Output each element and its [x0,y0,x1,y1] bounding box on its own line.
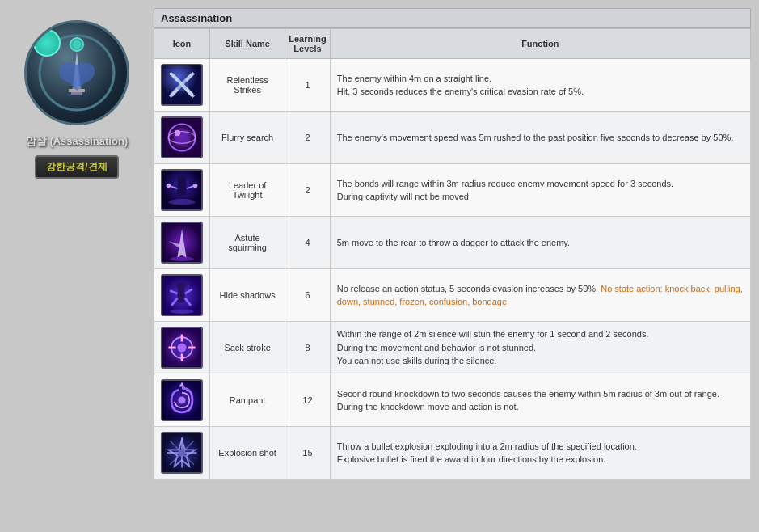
skill-icon-1 [161,116,203,158]
table-row: Rampant12Second round knockdown to two s… [154,374,751,427]
subtitle-badge: 강한공격/견제 [35,155,118,179]
skill-icon-cell [154,164,210,217]
skill-icon-cell [154,427,210,479]
skill-function: Throw a bullet explosion exploding into … [330,427,750,479]
skill-icon-0 [161,64,203,106]
svg-point-25 [167,184,171,188]
svg-point-22 [177,175,186,184]
left-panel: 암살 (Assassination) 강한공격/견제 [8,8,145,179]
table-row: Flurry search2The enemy's movement speed… [154,112,751,164]
skill-level: 6 [285,269,330,322]
skill-icon-4 [161,274,203,316]
emblem-title: 암살 (Assassination) [26,134,128,149]
skill-level: 2 [285,164,330,217]
svg-point-45 [177,343,186,352]
skill-icon-cell [154,217,210,269]
svg-point-55 [178,449,185,456]
skill-name: Sack stroke [210,322,285,374]
svg-point-28 [170,257,194,262]
skill-name: Flurry search [210,112,285,164]
table-row: Relentless Strikes1The enemy within 4m o… [154,59,751,112]
skill-icon-2 [161,169,203,211]
skill-level: 15 [285,427,330,479]
table-header-row: Icon Skill Name LearningLevels Function [154,29,751,59]
svg-point-32 [170,310,194,315]
table-row: Hide shadows6No release an action status… [154,269,751,322]
svg-point-7 [69,41,85,48]
skill-level: 4 [285,217,330,269]
emblem-outer [24,20,129,125]
skill-icon-cell [154,322,210,374]
skill-level: 8 [285,322,330,374]
table-row: Sack stroke8Within the range of 2m silen… [154,322,751,374]
svg-point-34 [177,281,186,290]
svg-point-20 [168,199,195,205]
svg-point-17 [175,130,180,136]
table-row: Astute squirming45m move to the rear to … [154,217,751,269]
header-icon: Icon [154,29,210,59]
skill-icon-6 [161,379,203,421]
skill-level: 2 [285,112,330,164]
skill-icon-3 [161,222,203,264]
skill-level: 12 [285,374,330,427]
skill-function: The enemy within 4m on a straight line.H… [330,59,750,112]
table-title: Assassination [154,8,751,28]
table-row: Explosion shot15Throw a bullet explosion… [154,427,751,479]
skill-icon-cell [154,112,210,164]
svg-point-47 [178,396,185,403]
skill-icon-cell [154,59,210,112]
skill-icon-7 [161,432,203,474]
skills-table: Icon Skill Name LearningLevels Function … [154,28,751,479]
skill-function: No release an action status, 5 seconds e… [330,269,750,322]
table-row: Leader of Twilight2The bonds will range … [154,164,751,217]
skill-function: Second round knockdown to two seconds ca… [330,374,750,427]
skill-function: The enemy's movement speed was 5m rushed… [330,112,750,164]
skill-name: Hide shadows [210,269,285,322]
skill-name: Leader of Twilight [210,164,285,217]
header-function: Function [330,29,750,59]
skill-name: Explosion shot [210,427,285,479]
skill-function: 5m move to the rear to throw a dagger to… [330,217,750,269]
header-skill-name: Skill Name [210,29,285,59]
svg-rect-33 [177,289,184,303]
right-panel: Assassination Icon Skill Name LearningLe… [154,8,751,479]
skill-name: Rampant [210,374,285,427]
skill-function: Within the range of 2m silence will stun… [330,322,750,374]
skill-level: 1 [285,59,330,112]
skill-function: The bonds will range within 3m radius re… [330,164,750,217]
skill-name: Astute squirming [210,217,285,269]
svg-point-26 [193,184,198,188]
skill-icon-cell [154,269,210,322]
skill-icon-5 [161,327,203,369]
skill-icon-cell [154,374,210,427]
skill-name: Relentless Strikes [210,59,285,112]
emblem-container [20,16,133,129]
header-learning-levels: LearningLevels [285,29,330,59]
